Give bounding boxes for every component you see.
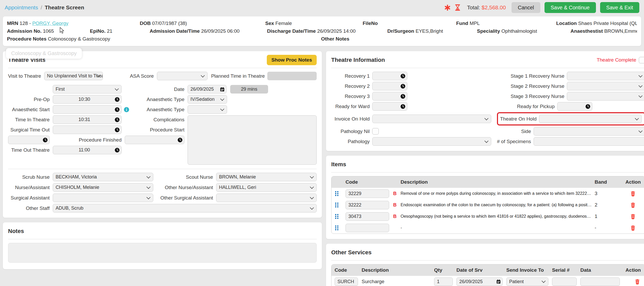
stage3-nurse-select[interactable]: [567, 92, 644, 101]
patient-name-link[interactable]: PORGY, Georgy: [32, 21, 68, 26]
clock-icon[interactable]: [585, 104, 590, 109]
trash-icon[interactable]: [624, 202, 642, 208]
trash-icon[interactable]: [623, 279, 642, 284]
calendar-icon[interactable]: [496, 279, 501, 284]
procedure-finished-label: Procedure Finished: [53, 137, 122, 143]
complications-textarea[interactable]: [188, 115, 317, 165]
surgical-time-out-input[interactable]: [53, 125, 122, 134]
items-table-header: Code Description Band Action: [331, 176, 644, 188]
items-panel: Items Code Description Band Action B Rem…: [326, 155, 644, 239]
clock-icon[interactable]: [115, 107, 120, 112]
save-exit-button[interactable]: Save & Exit: [600, 2, 639, 13]
breadcrumb-appointments-link[interactable]: Appointments: [5, 4, 38, 11]
recovery2-label: Recovery 2: [331, 83, 370, 89]
clock-icon[interactable]: [177, 137, 183, 143]
stage2-nurse-select[interactable]: [567, 82, 644, 90]
theatre-complete-checkbox[interactable]: [639, 57, 644, 63]
visit-to-theatre-select[interactable]: No Unplanned Visit to Theatre: [44, 72, 103, 80]
trash-icon[interactable]: [624, 214, 642, 219]
show-proc-notes-button[interactable]: Show Proc Notes: [267, 55, 317, 65]
hourglass-icon[interactable]: [455, 4, 460, 11]
nurse-assistant-label: Nurse/Assistant: [8, 185, 50, 190]
visit-order-select[interactable]: First: [53, 85, 122, 94]
recovery3-label: Recovery 3: [331, 94, 370, 99]
service-serial-input[interactable]: [552, 277, 577, 286]
theatre-on-hold-select[interactable]: [539, 115, 642, 123]
surgical-assistant-select[interactable]: [53, 194, 153, 202]
anaesthetic-type-select[interactable]: IV/Sedation: [188, 95, 227, 104]
pathology-select[interactable]: [372, 137, 491, 146]
item-code-input[interactable]: [346, 224, 389, 232]
time-in-theatre-label: Time In Theatre: [8, 117, 50, 123]
other-services-title: Other Services: [331, 249, 371, 256]
item-row: B Removal of one or more polyps during c…: [331, 188, 644, 199]
item-description: Endoscopic examination of the colon to t…: [401, 203, 595, 207]
pre-op-label: Pre-Op: [8, 97, 50, 102]
time-out-theatre-input[interactable]: [53, 146, 122, 154]
item-code-input[interactable]: [346, 212, 389, 221]
ready-for-ward-label: Ready for Ward: [331, 104, 370, 109]
asa-score-select[interactable]: [157, 72, 208, 80]
stage1-nurse-select[interactable]: [567, 72, 644, 80]
anaesthetic-type-2-select[interactable]: [188, 105, 227, 114]
clock-icon[interactable]: [400, 84, 406, 89]
clock-icon[interactable]: [400, 94, 406, 99]
other-nurse-assistant-label: Other Nurse/Assistant: [156, 185, 213, 190]
scout-nurse-select[interactable]: BROWN, Melanie: [216, 173, 317, 181]
side-label: Side: [497, 129, 531, 134]
service-date-input[interactable]: [456, 277, 503, 286]
send-invoice-to-select[interactable]: Patient: [506, 277, 548, 286]
procedure-start-label: Procedure Start: [125, 127, 184, 133]
anaesthetic-start-time-input[interactable]: [53, 105, 122, 114]
item-band: 3: [595, 191, 624, 196]
save-continue-button[interactable]: Save & Continue: [545, 2, 596, 13]
clock-icon[interactable]: [400, 74, 406, 79]
trash-icon[interactable]: [624, 191, 642, 196]
drag-handle-icon[interactable]: [334, 191, 346, 196]
calendar-icon[interactable]: [220, 87, 225, 92]
clock-icon[interactable]: [115, 127, 120, 132]
breadcrumb-separator: /: [41, 4, 42, 11]
patient-dob: DOB 07/07/1987 (38): [140, 21, 265, 26]
patient-mrn: MRN 128 - PORGY, Georgy: [7, 21, 140, 26]
breadcrumb: Appointments / Theatre Screen: [5, 4, 84, 11]
item-code-input[interactable]: [346, 189, 389, 198]
scrub-nurse-select[interactable]: BECKHAM, Victoria: [53, 173, 153, 181]
cancel-button[interactable]: Cancel: [512, 2, 540, 13]
info-icon[interactable]: [124, 107, 129, 112]
item-row-empty: - -: [331, 222, 644, 234]
drag-handle-icon[interactable]: [334, 214, 346, 219]
drag-handle-icon[interactable]: [334, 203, 346, 208]
side-select[interactable]: [534, 127, 644, 136]
service-code-input[interactable]: [335, 277, 358, 286]
clock-icon[interactable]: [115, 148, 120, 153]
stage2-nurse-label: Stage 2 Recovery Nurse: [497, 83, 564, 89]
procedure-finished-input[interactable]: [125, 136, 184, 144]
service-qty-input[interactable]: [434, 277, 453, 286]
surgical-assistant-label: Surgical Assistant: [8, 195, 50, 201]
trash-icon[interactable]: [624, 225, 642, 231]
invoice-on-hold-select[interactable]: [372, 115, 491, 123]
item-row: B Oesophagoscopy (not being a service to…: [331, 211, 644, 222]
other-surgical-assistant-label: Other Surgical Assistant: [156, 195, 213, 201]
clock-icon[interactable]: [43, 137, 48, 143]
time-out-theatre-label: Time Out Theatre: [8, 147, 50, 153]
other-nurse-assistant-select[interactable]: HALLIWELL, Geri: [216, 183, 317, 192]
pathology-nil-checkbox[interactable]: [372, 128, 379, 135]
notes-textarea[interactable]: [8, 243, 317, 263]
clock-icon[interactable]: [115, 117, 120, 122]
other-staff-select[interactable]: ADUB, Scrub: [53, 204, 317, 212]
pre-op-time-input[interactable]: [53, 95, 122, 104]
service-data-input[interactable]: [580, 277, 620, 286]
drag-handle-icon[interactable]: [334, 225, 346, 230]
nurse-assistant-select[interactable]: CHISHOLM, Melanie: [53, 183, 153, 192]
other-surgical-assistant-select[interactable]: [216, 194, 317, 202]
clock-icon[interactable]: [115, 97, 120, 102]
specimens-input[interactable]: [534, 137, 644, 146]
asterisk-icon[interactable]: [444, 4, 451, 11]
patient-sex: Sex Female: [265, 21, 363, 26]
clock-icon[interactable]: [400, 104, 406, 109]
time-in-theatre-input[interactable]: [53, 115, 122, 124]
item-code-input[interactable]: [346, 201, 389, 209]
theatre-information-panel: Theatre Information Theatre Complete Rec…: [326, 51, 644, 151]
